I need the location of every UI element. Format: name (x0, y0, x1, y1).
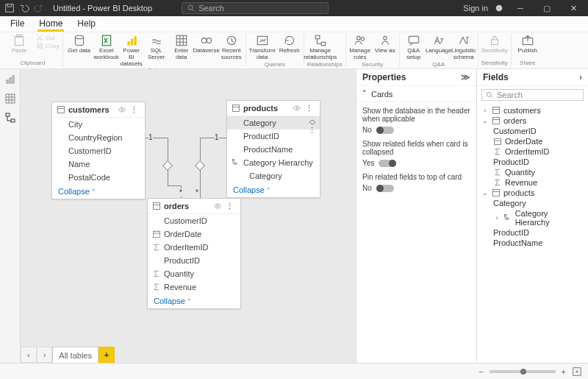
group-qna: Q&A (403, 61, 475, 68)
transform-data-button[interactable]: Transform data (249, 34, 276, 61)
svg-rect-8 (39, 45, 43, 49)
field-row[interactable]: OrderDate (148, 227, 240, 241)
tree-field[interactable]: Category (480, 198, 585, 208)
collapse-link[interactable]: Collapse ˄ (52, 184, 145, 199)
page-prev-button[interactable]: ‹ (21, 347, 37, 363)
svg-rect-35 (233, 105, 240, 112)
qna-setup-button[interactable]: Q&A setup (403, 34, 425, 61)
tree-field[interactable]: ProductID (480, 227, 585, 238)
tree-field[interactable]: ›Category Hierarchy (480, 208, 585, 227)
tree-field[interactable]: CustomerID (480, 126, 585, 136)
close-button[interactable]: ✕ (563, 1, 584, 15)
eye-icon[interactable] (212, 202, 223, 210)
recent-sources-button[interactable]: Recent sources (220, 34, 243, 61)
chevron-up-icon[interactable]: ˄ (362, 89, 367, 99)
collapse-link[interactable]: Collapse ˄ (227, 183, 320, 197)
svg-point-42 (487, 92, 491, 96)
field-row[interactable]: Category (227, 169, 320, 183)
model-view-icon[interactable] (4, 112, 16, 124)
redo-icon[interactable] (34, 3, 44, 13)
eye-icon[interactable] (117, 105, 127, 114)
field-row[interactable]: PostalCode (52, 171, 145, 184)
manage-roles-button[interactable]: Manage roles (349, 34, 371, 61)
field-row[interactable]: ProductID (148, 254, 240, 267)
minimize-button[interactable]: ─ (510, 1, 531, 15)
field-row[interactable]: Quantity (148, 267, 240, 280)
enter-data-button[interactable]: Enter data (171, 34, 193, 61)
toggle-switch[interactable] (376, 127, 394, 134)
relationship-line[interactable] (200, 169, 201, 198)
save-icon[interactable] (4, 3, 15, 13)
get-data-button[interactable]: Get data (66, 34, 93, 54)
tree-field[interactable]: ProductID (480, 157, 585, 167)
field-row[interactable]: CustomerID (52, 144, 145, 157)
global-search-input[interactable]: Search (182, 2, 329, 14)
group-share: Share (514, 60, 541, 67)
zoom-in-button[interactable]: + (562, 367, 566, 376)
table-card-customers[interactable]: customers⋮ City CountryRegion CustomerID… (51, 102, 146, 199)
zoom-out-button[interactable]: − (478, 367, 483, 376)
tab-home[interactable]: Home (32, 16, 70, 32)
field-row[interactable]: Category ⋮ (227, 116, 320, 130)
eye-icon[interactable] (308, 118, 317, 126)
refresh-button[interactable]: Refresh (279, 34, 301, 54)
sql-server-button[interactable]: SQL Server (146, 34, 168, 61)
relationship-line[interactable] (200, 138, 213, 138)
linguistic-schema-button[interactable]: Linguistic schema (453, 34, 475, 61)
fields-search-input[interactable]: Search (481, 89, 584, 101)
excel-button[interactable]: Excel workbook (96, 34, 118, 61)
page-next-button[interactable]: › (37, 347, 53, 363)
toggle-switch[interactable] (379, 160, 396, 167)
view-as-button[interactable]: View as (374, 34, 396, 54)
collapse-link[interactable]: Collapse ˄ (148, 294, 240, 308)
field-row[interactable]: Category Hierarchy (227, 156, 320, 169)
tree-field[interactable]: OrderDate (480, 136, 585, 146)
report-view-icon[interactable] (4, 74, 16, 85)
tab-help[interactable]: Help (70, 16, 103, 32)
publish-button[interactable]: Publish (514, 34, 541, 54)
field-row[interactable]: ProductName (227, 143, 320, 156)
more-icon[interactable]: ⋮ (305, 104, 315, 113)
account-icon[interactable] (494, 3, 504, 13)
field-row[interactable]: CountryRegion (52, 131, 145, 144)
language-button[interactable]: Language (428, 34, 450, 54)
tree-field[interactable]: OrderItemID (480, 146, 585, 157)
collapse-panel-icon[interactable]: ≫ (461, 72, 470, 82)
tree-field[interactable]: Revenue (480, 177, 585, 188)
table-view-icon[interactable] (4, 93, 16, 105)
tree-field[interactable]: ProductName (480, 238, 585, 248)
field-row[interactable]: CustomerID (148, 214, 240, 227)
model-canvas[interactable]: customers⋮ City CountryRegion CustomerID… (21, 69, 356, 363)
fit-to-page-icon[interactable] (572, 366, 582, 377)
field-row[interactable]: OrderItemID (148, 241, 240, 254)
pbi-datasets-button[interactable]: Power BI datasets (121, 34, 143, 67)
table-card-orders[interactable]: orders⋮ CustomerID OrderDate OrderItemID… (147, 198, 241, 309)
more-icon[interactable]: ⋮ (130, 105, 140, 114)
undo-icon[interactable] (19, 3, 29, 13)
field-row[interactable]: ProductID (227, 130, 320, 143)
collapse-panel-icon[interactable]: › (579, 72, 582, 82)
tab-file[interactable]: File (3, 16, 32, 32)
field-row[interactable]: City (52, 118, 145, 131)
relationship-line[interactable] (168, 185, 181, 186)
relationship-line[interactable] (168, 169, 168, 185)
toggle-switch[interactable] (376, 185, 394, 192)
maximize-button[interactable]: ▢ (537, 1, 557, 15)
field-row[interactable]: Name (52, 157, 145, 171)
field-row[interactable]: Revenue (148, 280, 240, 294)
page-tab-all-tables[interactable]: All tables (52, 347, 98, 363)
tree-node-customers[interactable]: ›customers (480, 105, 585, 116)
tree-field[interactable]: Quantity (480, 167, 585, 177)
eye-icon[interactable] (292, 104, 302, 113)
table-card-products[interactable]: products⋮ Category ⋮ ProductID ProductNa… (226, 100, 320, 198)
group-queries: Queries (249, 61, 301, 68)
signin-label[interactable]: Sign in (463, 4, 488, 13)
zoom-slider[interactable] (490, 370, 556, 373)
dataverse-button[interactable]: Dataverse (196, 34, 218, 54)
more-icon[interactable]: ⋮ (226, 202, 236, 210)
svg-rect-3 (15, 36, 23, 45)
manage-relationships-button[interactable]: Manage relationships (307, 34, 334, 61)
tree-node-orders[interactable]: ⌄orders (480, 116, 585, 126)
tree-node-products[interactable]: ⌄products (480, 188, 585, 198)
add-page-button[interactable]: + (98, 347, 115, 363)
